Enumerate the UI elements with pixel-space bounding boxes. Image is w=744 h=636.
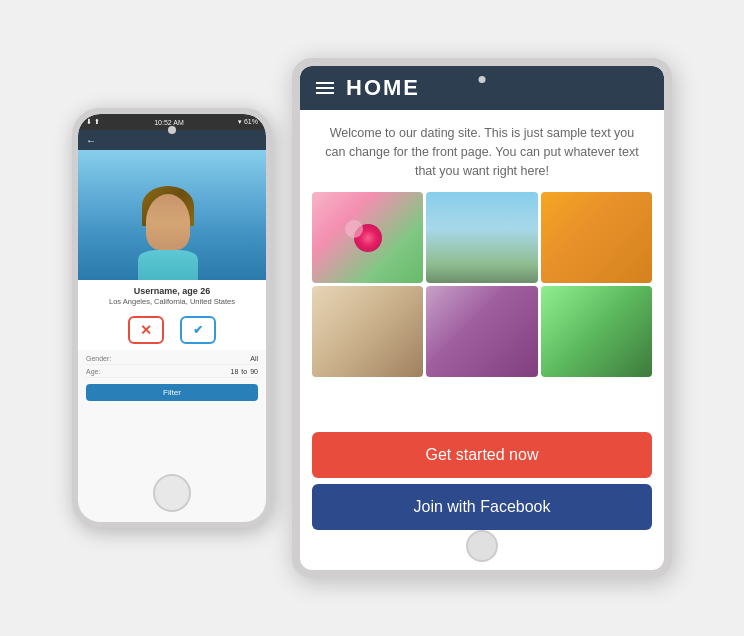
filter-button[interactable]: Filter: [86, 384, 258, 401]
hamburger-line-3: [316, 92, 334, 94]
phone-user-info: Username, age 26 Los Angeles, California…: [78, 280, 266, 310]
tablet-welcome-text: Welcome to our dating site. This is just…: [300, 110, 664, 192]
back-arrow-icon[interactable]: ←: [86, 135, 96, 146]
accept-icon: ✔: [193, 323, 203, 337]
photo-flower: [312, 192, 423, 283]
reject-icon: ✕: [140, 322, 152, 338]
phone-device: ⬇ ⬆ 10:52 AM ▾ 61% ← Username, age 26 Lo…: [72, 108, 272, 528]
hamburger-line-1: [316, 82, 334, 84]
hamburger-line-2: [316, 87, 334, 89]
age-min: 18: [231, 368, 239, 375]
photo-couple-grass: [541, 286, 652, 377]
phone-time: 10:52 AM: [154, 119, 184, 126]
age-label: Age:: [86, 368, 116, 375]
devices-container: ⬇ ⬆ 10:52 AM ▾ 61% ← Username, age 26 Lo…: [52, 38, 692, 598]
get-started-button[interactable]: Get started now: [312, 432, 652, 478]
tablet-header: HOME: [300, 66, 664, 110]
accept-button[interactable]: ✔: [180, 316, 216, 344]
phone-username: Username, age 26: [82, 286, 262, 296]
phone-nav-bar: ←: [78, 130, 266, 150]
phone-action-buttons: ✕ ✔: [78, 310, 266, 350]
photo-couple-close: [312, 286, 423, 377]
photo-couple-kiss: [426, 286, 537, 377]
phone-location: Los Angeles, California, United States: [82, 297, 262, 306]
phone-status-bar: ⬇ ⬆ 10:52 AM ▾ 61%: [78, 114, 266, 130]
tablet-page-title: HOME: [346, 75, 420, 101]
reject-button[interactable]: ✕: [128, 316, 164, 344]
age-max: 90: [250, 368, 258, 375]
photo-couple-hug: [541, 192, 652, 283]
age-filter-row: Age: 18 to 90: [86, 368, 258, 378]
gender-filter-row: Gender: All: [86, 355, 258, 365]
age-to: to: [241, 368, 247, 375]
tablet-buttons: Get started now Join with Facebook: [300, 422, 664, 570]
person-head: [146, 194, 190, 250]
phone-filters: Gender: All Age: 18 to 90 Filter: [78, 350, 266, 522]
hamburger-menu-icon[interactable]: [316, 82, 334, 94]
tablet-content: Welcome to our dating site. This is just…: [300, 110, 664, 570]
tablet-device: HOME Welcome to our dating site. This is…: [292, 58, 672, 578]
photo-couple-bench: [426, 192, 537, 283]
tablet-photo-grid: [300, 192, 664, 377]
gender-value: All: [250, 355, 258, 362]
tablet-spacer: [300, 377, 664, 422]
facebook-button[interactable]: Join with Facebook: [312, 484, 652, 530]
phone-profile-photo: [78, 150, 266, 280]
phone-battery: ▾ 61%: [238, 118, 258, 126]
phone-status-icons: ⬇ ⬆: [86, 118, 100, 126]
age-range: 18 to 90: [231, 368, 258, 375]
person-silhouette: [146, 194, 198, 280]
person-body: [138, 250, 198, 280]
gender-label: Gender:: [86, 355, 116, 362]
